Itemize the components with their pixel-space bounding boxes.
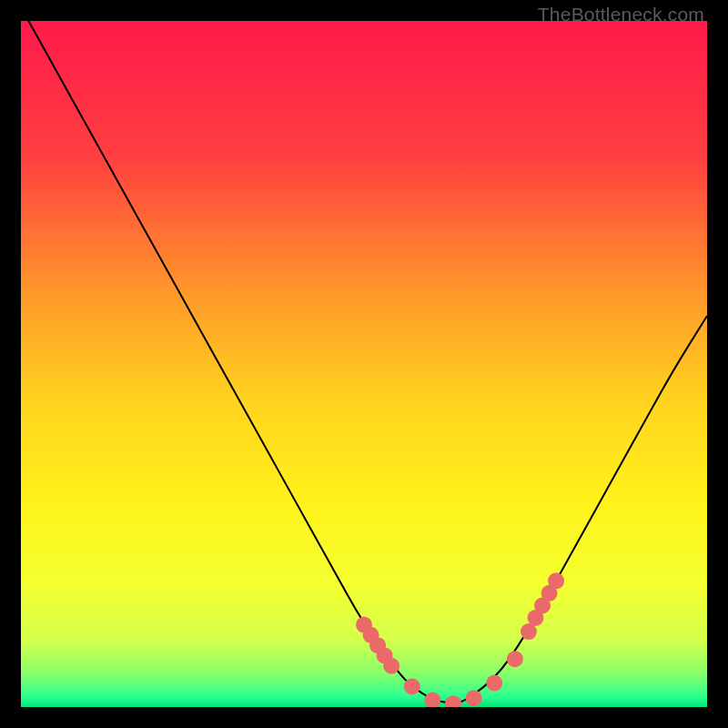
curve-marker (548, 572, 564, 589)
curve-marker (507, 651, 523, 667)
curve-marker (424, 692, 440, 707)
chart-container: TheBottleneck.com (0, 0, 728, 728)
curve-marker (445, 695, 461, 707)
curve-marker (486, 675, 502, 692)
bottleneck-curve (21, 21, 707, 707)
curve-marker (383, 658, 399, 674)
plot-area (21, 21, 707, 707)
curve-marker (466, 690, 482, 706)
watermark-label: TheBottleneck.com (538, 4, 704, 25)
curve-marker (404, 678, 420, 694)
